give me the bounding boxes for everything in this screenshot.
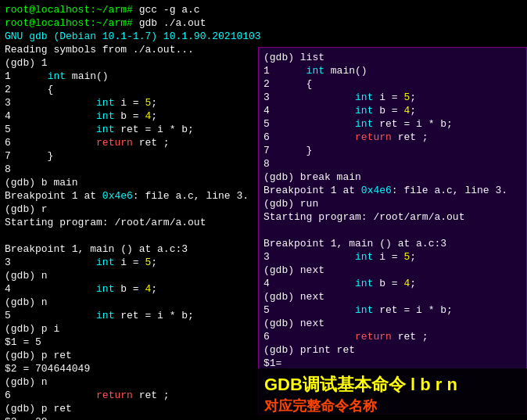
code-line-4: 4 int b = 4; <box>5 109 257 123</box>
next-code-line-6: 6 return ret ; <box>5 389 257 402</box>
r-starting-program: Starting program: /root/arm/a.out <box>264 210 522 224</box>
banner-title: GDB调试基本命令 l b r n <box>264 373 521 397</box>
gdb-n-2: (gdb) n <box>5 296 257 309</box>
r-code-line-6: 6 return ret ; <box>264 131 522 144</box>
r-next-line-6: 6 return ret ; <box>264 330 522 343</box>
gdb-prompt-1: (gdb) 1 <box>5 56 257 70</box>
r-code-line-2: 2 { <box>264 77 522 91</box>
gdb-r: (gdb) r <box>5 203 257 216</box>
r-breakpoint-hit: Breakpoint 1, main () at a.c:3 <box>264 237 522 250</box>
gdb-next-2: (gdb) next <box>264 290 522 303</box>
code-line-6: 6 return ret ; <box>5 136 257 149</box>
reading-symbols-line: Reading symbols from ./a.out... <box>5 43 257 56</box>
r-code-line-3: 3 int i = 5; <box>264 91 522 104</box>
code-line-3: 3 int i = 5; <box>5 96 257 109</box>
gdb-run: (gdb) run <box>264 197 522 210</box>
code-line-8: 8 <box>5 163 257 176</box>
gdb-p-i: (gdb) p i <box>5 322 257 336</box>
p-ret-result-2: $3 = 20 <box>5 415 257 420</box>
gdb-b-main: (gdb) b main <box>5 176 257 189</box>
breakpoint-hit-1: Breakpoint 1, main () at a.c:3 <box>5 242 257 256</box>
gdb-p-ret-2: (gdb) p ret <box>5 402 257 415</box>
code-line-5: 5 int ret = i * b; <box>5 123 257 136</box>
gdb-next-3: (gdb) next <box>264 317 522 330</box>
gdb-n-1: (gdb) n <box>5 269 257 282</box>
r-hit-line-3: 3 int i = 5; <box>264 250 522 264</box>
shell-line-1: root@localhost:~/arm# gcc -g a.c <box>5 3 257 16</box>
r-next-line-4: 4 int b = 4; <box>264 277 522 290</box>
code-line-2: 2 { <box>5 83 257 96</box>
hit-code-line-3: 3 int i = 5; <box>5 256 257 269</box>
terminal-right: (gdb) list 1 int main() 2 { 3 int i = 5;… <box>258 47 527 415</box>
gdb-version-line: GNU gdb (Debian 10.1-1.7) 10.1.90.202101… <box>5 30 257 43</box>
code-line-1: 1 int main() <box>5 70 257 83</box>
code-line-7: 7 } <box>5 149 257 163</box>
r-code-line-1: 1 int main() <box>264 64 522 77</box>
gdb-break-main: (gdb) break main <box>264 171 522 184</box>
p-i-result: $1 = 5 <box>5 336 257 349</box>
gdb-next-1: (gdb) next <box>264 264 522 277</box>
banner-subtitle: 对应完整命令名称 <box>264 397 521 415</box>
gdb-print-ret: (gdb) print ret <box>264 343 522 357</box>
gdb-p-ret-1: (gdb) p ret <box>5 349 257 362</box>
terminal-left: root@localhost:~/arm# gcc -g a.c root@lo… <box>0 0 262 420</box>
r-breakpoint-info: Breakpoint 1 at 0x4e6: file a.c, line 3. <box>264 184 522 197</box>
r-next-line-5: 5 int ret = i * b; <box>264 303 522 317</box>
r-code-line-8: 8 <box>264 157 522 171</box>
next-code-line-5: 5 int ret = i * b; <box>5 309 257 322</box>
r-code-line-4: 4 int b = 4; <box>264 104 522 117</box>
r-code-line-7: 7 } <box>264 144 522 157</box>
shell-line-2: root@localhost:~/arm# gdb ./a.out <box>5 16 257 30</box>
next-code-line-4: 4 int b = 4; <box>5 282 257 296</box>
gdb-n-3: (gdb) n <box>5 375 257 389</box>
p-ret-result-1: $2 = 704644049 <box>5 362 257 375</box>
breakpoint-info-1: Breakpoint 1 at 0x4e6: file a.c, line 3. <box>5 189 257 203</box>
gdb-list: (gdb) list <box>264 51 522 64</box>
blank-1 <box>5 229 257 242</box>
r-code-line-5: 5 int ret = i * b; <box>264 117 522 131</box>
starting-program-1: Starting program: /root/arm/a.out <box>5 216 257 229</box>
banner: GDB调试基本命令 l b r n 对应完整命令名称 <box>258 368 527 420</box>
r-blank <box>264 224 522 237</box>
